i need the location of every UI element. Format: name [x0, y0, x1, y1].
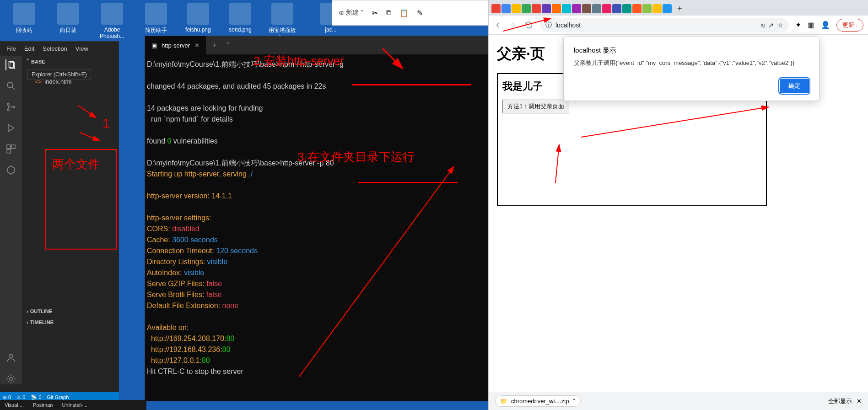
new-button[interactable]: ⊕ 新建 ˅	[339, 9, 364, 17]
tab-strip: +	[489, 0, 868, 16]
taskbar-item[interactable]: UnInstall-...	[62, 402, 87, 408]
desktop-icon[interactable]: 向日葵	[52, 3, 84, 34]
tab-favicon[interactable]	[512, 4, 521, 13]
activity-bar	[0, 56, 22, 384]
tab-favicon[interactable]	[652, 4, 662, 13]
download-item[interactable]: 📁 chromedriver_wi....zip ˄	[495, 395, 581, 407]
paste-icon[interactable]: 📋	[399, 9, 409, 17]
address-bar[interactable]: ⓘ localhost ⎋ ↗ ☆	[540, 18, 789, 32]
menu-file[interactable]: File	[6, 45, 16, 52]
tab-favicon[interactable]	[642, 4, 652, 13]
menu-selection[interactable]: Selection	[43, 45, 67, 52]
dialog-ok-button[interactable]: 确定	[780, 79, 809, 93]
sidepanel-icon[interactable]: ▥	[808, 21, 814, 29]
tab-favicon[interactable]	[522, 4, 531, 13]
close-icon[interactable]: ✕	[194, 42, 199, 49]
taskbar-item[interactable]: Visual ...	[5, 402, 24, 408]
extensions-icon[interactable]	[5, 144, 16, 154]
folder-icon: 📁	[500, 398, 507, 405]
chevron-up-icon[interactable]: ˄	[572, 398, 576, 405]
svg-point-13	[10, 378, 12, 380]
terminal-tab[interactable]: ▣ http-server ✕	[145, 36, 206, 54]
browser-toolbar: ⓘ localhost ⎋ ↗ ☆ ✦ ▥ 👤 更新 :	[489, 16, 868, 35]
close-icon[interactable]: ✕	[857, 398, 862, 405]
menu-edit[interactable]: Edit	[24, 45, 34, 52]
terminal-window: ▣ http-server ✕ + ˅ D:\myinfo\myCourse\1…	[145, 36, 490, 401]
svg-point-2	[7, 82, 13, 88]
tab-favicon[interactable]	[572, 4, 581, 13]
show-all-button[interactable]: 全部显示	[828, 397, 852, 405]
share-icon[interactable]: ↗	[768, 21, 774, 29]
info-icon[interactable]: ⓘ	[545, 21, 552, 29]
tab-favicon[interactable]	[602, 4, 611, 13]
svg-rect-8	[7, 145, 11, 149]
section-outline[interactable]: › OUTLINE	[22, 306, 119, 317]
tab-favicon[interactable]	[582, 4, 591, 13]
tab-favicon[interactable]	[542, 4, 551, 13]
account-icon[interactable]	[5, 352, 16, 363]
star-icon[interactable]: ☆	[777, 21, 783, 29]
rename-icon[interactable]: ✎	[417, 9, 423, 17]
dialog-title: localhost 显示	[574, 46, 809, 55]
desktop-icon[interactable]: send.png	[224, 3, 256, 33]
reload-icon[interactable]	[524, 21, 534, 30]
explorer-icon[interactable]	[5, 59, 16, 70]
svg-marker-7	[8, 124, 14, 132]
vscode-window: File Edit Selection View Explorer (Ctrl+…	[0, 41, 119, 402]
svg-rect-10	[7, 149, 11, 153]
tab-favicon[interactable]	[663, 4, 672, 13]
tooltip: Explorer (Ctrl+Shift+E)	[27, 69, 91, 80]
svg-point-5	[7, 109, 9, 111]
copy-icon[interactable]: ⧉	[386, 9, 391, 17]
section-timeline[interactable]: › TIMELINE	[22, 317, 119, 328]
new-tab[interactable]: +	[206, 41, 223, 49]
run-icon[interactable]	[5, 122, 16, 133]
search-icon[interactable]	[5, 80, 16, 91]
menu-view[interactable]: View	[75, 45, 88, 52]
svg-point-12	[9, 354, 13, 358]
section-base[interactable]: ˅ BASE	[22, 56, 119, 67]
dialog-message: 父亲被儿子调用{"event_id":"my_cors_message","da…	[574, 59, 809, 68]
update-button[interactable]: 更新 :	[836, 19, 863, 32]
url-text: localhost	[555, 21, 581, 29]
translate-icon[interactable]: ⎋	[761, 21, 765, 29]
download-bar: 📁 chromedriver_wi....zip ˄ 全部显示 ✕	[489, 392, 868, 410]
terminal-output[interactable]: D:\myinfo\myCourse\1.前端小技巧\base>npm i ht…	[145, 54, 490, 382]
tab-favicon[interactable]	[552, 4, 561, 13]
tab-favicon[interactable]	[622, 4, 631, 13]
method1-button[interactable]: 方法1：调用父亲页面	[502, 100, 569, 113]
new-tab-button[interactable]: +	[673, 4, 687, 14]
tab-favicon[interactable]	[562, 4, 571, 13]
tab-favicon[interactable]	[501, 4, 511, 13]
back-icon[interactable]	[493, 21, 502, 30]
forward-icon[interactable]	[509, 21, 518, 30]
taskbar-item[interactable]: Postman	[33, 402, 53, 408]
explorer-sidebar: Explorer (Ctrl+Shift+E) ˅ BASE <>b.html …	[22, 56, 119, 384]
alert-dialog: localhost 显示 父亲被儿子调用{"event_id":"my_cors…	[563, 37, 819, 101]
tab-favicon[interactable]	[592, 4, 601, 13]
status-warnings[interactable]: ⚠ 0	[16, 394, 25, 400]
profile-icon[interactable]: 👤	[821, 21, 830, 29]
taskbar: Visual ... Postman UnInstall-...	[0, 400, 146, 410]
settings-icon[interactable]	[5, 373, 16, 384]
status-errors[interactable]: ⊗ 0	[3, 394, 11, 400]
desktop-icon[interactable]: Adobe Photosh...	[96, 3, 128, 39]
tab-favicon[interactable]	[632, 4, 642, 13]
desktop-icon[interactable]: 回收站	[8, 3, 40, 34]
tab-favicon[interactable]	[612, 4, 621, 13]
tab-favicon[interactable]	[491, 4, 501, 13]
svg-rect-9	[11, 145, 15, 149]
source-control-icon[interactable]	[5, 101, 16, 112]
tab-favicon[interactable]	[532, 4, 541, 13]
cut-icon[interactable]: ✂	[372, 9, 378, 17]
hexagon-icon[interactable]	[5, 165, 16, 176]
extensions-icon[interactable]: ✦	[795, 21, 801, 29]
status-radio[interactable]: 📡 0	[31, 394, 41, 400]
tab-menu[interactable]: ˅	[223, 41, 234, 50]
svg-marker-11	[7, 166, 15, 174]
annotation-underline	[358, 182, 458, 183]
desktop-icon[interactable]: 简历助手	[140, 3, 172, 34]
desktop-icon[interactable]: feishu.png	[182, 3, 214, 33]
status-git-graph[interactable]: Git Graph	[47, 394, 69, 400]
terminal-tabs: ▣ http-server ✕ + ˅	[145, 36, 490, 54]
